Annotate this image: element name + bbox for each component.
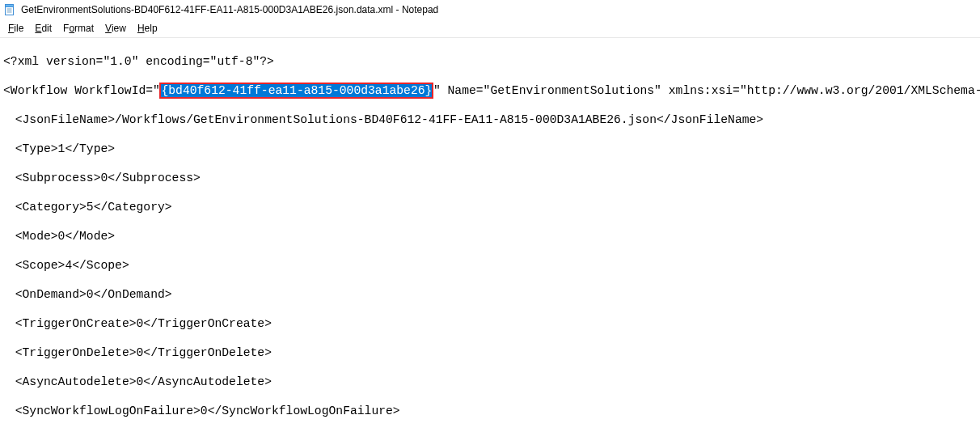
titlebar: GetEnvironmentSolutions-BD40F612-41FF-EA… [0, 0, 980, 19]
xml-line: <Scope>4</Scope> [3, 258, 977, 273]
menubar: File Edit Format View Help [0, 19, 980, 38]
xml-line: <SyncWorkflowLogOnFailure>0</SyncWorkflo… [3, 404, 977, 418]
selected-text: { [161, 84, 168, 97]
xml-line: <Subprocess>0</Subprocess> [3, 171, 977, 185]
window-title: GetEnvironmentSolutions-BD40F612-41FF-EA… [21, 4, 438, 15]
xml-line: <TriggerOnDelete>0</TriggerOnDelete> [3, 345, 977, 360]
highlight-box: {bd40f612-41ff-ea11-a815-000d3a1abe26} [159, 83, 433, 99]
xml-line: <AsyncAutodelete>0</AsyncAutodelete> [3, 375, 977, 389]
menu-help[interactable]: Help [133, 21, 163, 36]
menu-view[interactable]: View [100, 21, 131, 36]
notepad-icon [3, 3, 16, 16]
svg-rect-1 [6, 5, 14, 7]
xml-line: <OnDemand>0</OnDemand> [3, 287, 977, 302]
selected-text: bd40f612-41ff-ea11-a815-000d3a1abe26 [168, 84, 425, 97]
text-area[interactable]: <?xml version="1.0" encoding="utf-8"?> <… [0, 38, 980, 432]
menu-file[interactable]: File [3, 21, 28, 36]
xml-line: <Mode>0</Mode> [3, 229, 977, 244]
xml-line: <?xml version="1.0" encoding="utf-8"?> [3, 54, 977, 69]
xml-line: <JsonFileName>/Workflows/GetEnvironmentS… [3, 112, 977, 127]
selected-text: } [425, 84, 433, 97]
xml-line: <Type>1</Type> [3, 142, 977, 156]
menu-format[interactable]: Format [58, 21, 99, 36]
menu-edit[interactable]: Edit [30, 21, 57, 36]
xml-line: <TriggerOnCreate>0</TriggerOnCreate> [3, 316, 977, 331]
xml-line: <Workflow WorkflowId="{bd40f612-41ff-ea1… [3, 83, 977, 98]
xml-line: <Category>5</Category> [3, 200, 977, 214]
